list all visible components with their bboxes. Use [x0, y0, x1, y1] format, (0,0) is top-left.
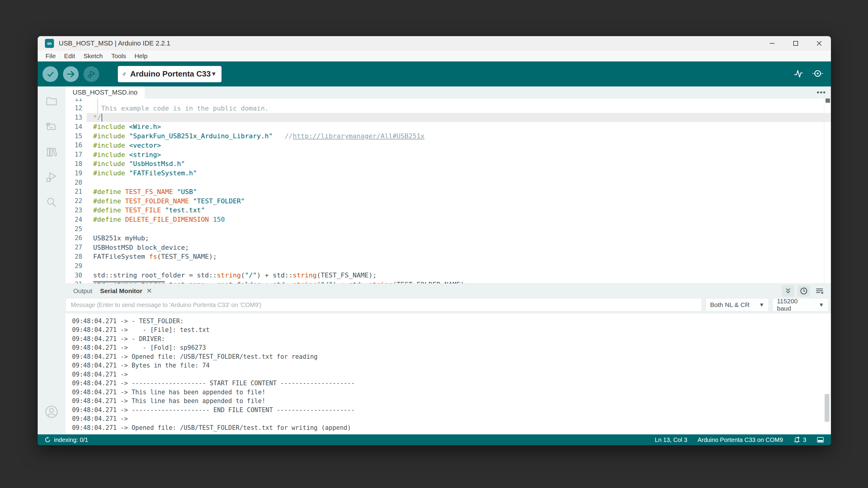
code-line[interactable]: 29	[65, 261, 831, 270]
chevron-down-icon: ▼	[813, 302, 824, 308]
code-line[interactable]: 24#define DELETE_FILE_DIMENSION 150	[65, 215, 831, 224]
code-content: #include <vector>	[87, 141, 831, 150]
collapse-panel-button[interactable]	[782, 285, 794, 297]
line-number: 19	[65, 170, 87, 177]
serial-line: 09:48:04.271 -> - DRIVER:	[72, 334, 831, 344]
notifications-button[interactable]: 3	[793, 436, 806, 444]
title-bar[interactable]: ∞ USB_HOST_MSD | Arduino IDE 2.2.1	[38, 36, 831, 51]
cursor-position[interactable]: Ln 13, Col 3	[655, 436, 687, 444]
code-line[interactable]: 11	[65, 98, 831, 104]
search-button[interactable]	[44, 195, 59, 209]
library-manager-button[interactable]	[44, 145, 59, 159]
menu-item-file[interactable]: File	[41, 53, 60, 60]
line-number: 20	[65, 179, 87, 186]
timestamp-toggle-button[interactable]	[798, 285, 810, 297]
sketchbook-button[interactable]	[44, 94, 59, 108]
clear-output-button[interactable]	[813, 285, 826, 297]
menu-item-sketch[interactable]: Sketch	[79, 53, 107, 60]
serial-plotter-button[interactable]	[793, 68, 804, 80]
code-line[interactable]: 12 This example code is in the public do…	[65, 104, 831, 113]
code-token: USBHostMSD block_device;	[93, 244, 189, 251]
more-actions-icon[interactable]: •••	[817, 87, 826, 98]
code-token: TEST_FS_NAME	[125, 188, 173, 195]
toggle-panel-button[interactable]	[816, 436, 824, 444]
serial-line: 09:48:04.271 -> Opened file: /USB/TEST_F…	[72, 423, 831, 432]
line-number: 25	[65, 225, 87, 233]
boards-manager-button[interactable]	[44, 120, 59, 133]
code-line[interactable]: 17#include <string>	[65, 150, 831, 159]
code-line[interactable]: 18#include "UsbHostMsd.h"	[65, 159, 831, 169]
code-content: #define TEST_FS_NAME "USB"	[87, 187, 831, 196]
code-token	[121, 188, 125, 195]
code-content: #include "SparkFun_USB251x_Arduino_Libra…	[87, 131, 831, 141]
code-token: DELETE_FILE_DIMENSION	[125, 216, 209, 223]
tab-serial-monitor[interactable]: Serial Monitor ✕	[100, 287, 152, 295]
line-number: 15	[65, 133, 87, 140]
debug-panel-button[interactable]	[44, 170, 59, 184]
serial-scrollbar-thumb[interactable]	[825, 394, 830, 422]
line-ending-select[interactable]: Both NL & CR ▼	[706, 298, 769, 312]
code-line[interactable]: 26USB251x myHub;	[65, 233, 831, 243]
close-button[interactable]	[807, 36, 831, 51]
code-content: USBHostMSD block_device;	[87, 243, 831, 252]
board-selector[interactable]: Arduino Portenta C33 ▼	[118, 66, 221, 82]
code-line[interactable]: 16#include <vector>	[65, 141, 831, 150]
code-line[interactable]: 30std::string root_folder = std::string(…	[65, 270, 831, 280]
minimize-button[interactable]	[761, 36, 784, 51]
tab-output[interactable]: Output	[73, 287, 92, 295]
line-number: 31	[65, 281, 87, 284]
code-token: (	[317, 281, 321, 284]
code-line[interactable]: 15#include "SparkFun_USB251x_Arduino_Lib…	[65, 131, 831, 141]
menu-item-tools[interactable]: Tools	[107, 53, 130, 60]
debug-button[interactable]	[84, 66, 99, 82]
serial-monitor-button[interactable]	[812, 68, 824, 80]
editor-scrollbar-track[interactable]	[824, 98, 824, 284]
serial-message-input[interactable]: Message (Enter to send message to 'Ardui…	[66, 298, 702, 312]
code-content: #include "FATFileSystem.h"	[87, 168, 831, 178]
editor-hscrollbar-thumb[interactable]	[93, 281, 165, 283]
close-tab-icon[interactable]: ✕	[147, 287, 152, 295]
line-number: 26	[65, 234, 87, 241]
upload-button[interactable]	[63, 66, 79, 82]
serial-line: 09:48:04.271 -> - TEST_FOLDER:	[72, 317, 831, 326]
code-content: #include <Wire.h>	[87, 122, 831, 131]
code-line[interactable]: 22#define TEST_FOLDER_NAME "TEST_FOLDER"	[65, 196, 831, 206]
maximize-button[interactable]	[784, 36, 807, 51]
code-editor[interactable]: 1112 This example code is in the public …	[65, 98, 831, 284]
code-line[interactable]: 31std::string folder_test_name = root_fo…	[65, 280, 831, 284]
verify-button[interactable]	[42, 66, 58, 82]
code-token: #include	[93, 141, 125, 149]
arduino-ide-window: ∞ USB_HOST_MSD | Arduino IDE 2.2.1 FileE…	[38, 36, 831, 445]
code-token: #include	[93, 169, 125, 177]
baud-rate-select[interactable]: 115200 baud ▼	[772, 298, 829, 312]
code-content: #define TEST_FOLDER_NAME "TEST_FOLDER"	[87, 196, 831, 206]
menu-bar: FileEditSketchToolsHelp	[38, 51, 831, 61]
account-button[interactable]	[44, 405, 59, 419]
books-icon	[45, 145, 58, 158]
line-number: 28	[65, 253, 87, 260]
code-line[interactable]: 14#include <Wire.h>	[65, 122, 831, 131]
code-token	[125, 141, 129, 149]
check-icon	[46, 70, 55, 78]
code-content: FATFileSystem fs(TEST_FS_NAME);	[87, 252, 831, 261]
code-token	[189, 197, 193, 205]
chevron-down-icon: ▼	[753, 302, 764, 308]
code-line[interactable]: 19#include "FATFileSystem.h"	[65, 168, 831, 178]
menu-item-edit[interactable]: Edit	[60, 53, 79, 60]
code-line[interactable]: 21#define TEST_FS_NAME "USB"	[65, 187, 831, 196]
editor-scrollbar-thumb[interactable]	[826, 98, 830, 103]
code-line[interactable]: 23#define TEST_FILE "test.txt"	[65, 206, 831, 215]
code-line[interactable]: 25	[65, 224, 831, 233]
board-port-status[interactable]: Arduino Portenta C33 on COM9	[698, 436, 783, 444]
code-content: #include <string>	[87, 150, 831, 159]
code-line[interactable]: 20	[65, 178, 831, 187]
code-line[interactable]: 13*/	[65, 113, 831, 122]
code-line[interactable]: 28FATFileSystem fs(TEST_FS_NAME);	[65, 252, 831, 261]
tab-usb-host-msd[interactable]: USB_HOST_MSD.ino	[65, 87, 145, 98]
code-token: (TEST_FS_NAME);	[157, 253, 217, 260]
menu-item-help[interactable]: Help	[130, 53, 152, 60]
code-token: "UsbHostMsd.h"	[129, 160, 185, 167]
serial-output[interactable]: 09:48:04.271 -> - TEST_FOLDER:09:48:04.2…	[65, 314, 831, 434]
indent-guide	[97, 98, 98, 104]
code-line[interactable]: 27USBHostMSD block_device;	[65, 243, 831, 252]
